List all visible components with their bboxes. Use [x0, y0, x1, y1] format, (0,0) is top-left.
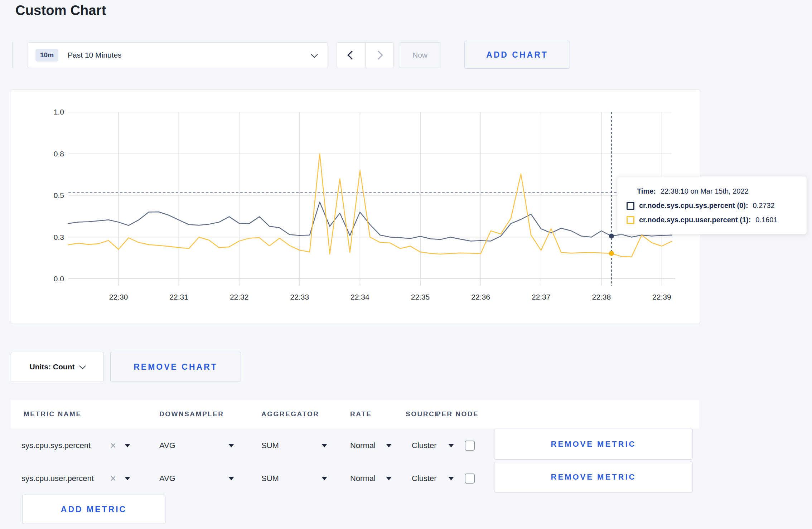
svg-text:22:35: 22:35 [411, 293, 430, 301]
per-node-checkbox-cell [465, 466, 475, 491]
svg-text:22:31: 22:31 [169, 293, 188, 301]
header-rate: RATE [350, 400, 372, 428]
tooltip-time-row: Time: 22:38:10 on Mar 15th, 2022 [627, 187, 799, 195]
chevron-down-icon [311, 51, 318, 58]
units-label: Units: Count [30, 363, 75, 371]
remove-metric-button[interactable]: REMOVE METRIC [494, 462, 693, 492]
per-node-checkbox-cell [465, 433, 475, 458]
tooltip-time-label: Time: [637, 187, 656, 195]
header-aggregator: AGGREGATOR [261, 400, 319, 428]
toolbar-divider [12, 42, 13, 68]
chart-card: 0.00.30.50.81.022:3022:3122:3222:3322:34… [11, 89, 700, 324]
tooltip-sys-row: cr.node.sys.cpu.sys.percent (0): 0.2732 [627, 202, 799, 210]
rate-select[interactable]: Normal [350, 466, 376, 491]
svg-text:0.3: 0.3 [54, 233, 64, 241]
chevron-right-icon [374, 50, 383, 59]
chevron-left-icon [348, 50, 357, 59]
caret-down-icon[interactable] [228, 466, 234, 491]
tooltip-sys-label: cr.node.sys.cpu.sys.percent (0): [639, 202, 748, 210]
svg-text:22:38: 22:38 [592, 293, 611, 301]
downsampler-select[interactable]: AVG [159, 433, 175, 458]
remove-chart-button[interactable]: REMOVE CHART [110, 352, 241, 382]
add-metric-button[interactable]: ADD METRIC [22, 495, 165, 524]
user-series-swatch-icon [627, 216, 634, 224]
next-range-button[interactable] [366, 43, 394, 68]
remove-metric-button[interactable]: REMOVE METRIC [494, 429, 693, 460]
header-per-node: PER NODE [436, 400, 479, 428]
svg-text:22:37: 22:37 [532, 293, 551, 301]
time-range-select[interactable]: 10m Past 10 Minutes [28, 42, 328, 68]
tooltip-user-label: cr.node.sys.cpu.user.percent (1): [639, 216, 751, 224]
time-range-label: Past 10 Minutes [68, 51, 122, 59]
tooltip-time-value: 22:38:10 on Mar 15th, 2022 [661, 187, 749, 195]
caret-down-icon[interactable] [448, 433, 454, 458]
tooltip-user-value: 0.1601 [755, 216, 777, 224]
caret-down-icon[interactable] [386, 433, 392, 458]
header-source: SOURCE [406, 400, 440, 428]
metric-name-select[interactable]: sys.cpu.sys.percent [21, 433, 91, 458]
caret-down-icon[interactable] [322, 466, 327, 491]
add-chart-button[interactable]: ADD CHART [464, 41, 570, 69]
svg-text:22:36: 22:36 [471, 293, 490, 301]
now-button[interactable]: Now [399, 42, 441, 68]
units-select[interactable]: Units: Count [11, 352, 104, 382]
prev-range-button[interactable] [337, 43, 366, 68]
sys-series-swatch-icon [627, 202, 634, 210]
caret-down-icon[interactable] [228, 433, 234, 458]
aggregator-select[interactable]: SUM [261, 433, 279, 458]
metrics-table-header: METRIC NAME DOWNSAMPLER AGGREGATOR RATE … [11, 400, 699, 428]
caret-down-icon[interactable] [322, 433, 327, 458]
chevron-down-icon [79, 363, 86, 369]
caret-down-icon[interactable] [125, 466, 130, 491]
source-select[interactable]: Cluster [412, 466, 437, 491]
downsampler-select[interactable]: AVG [159, 466, 175, 491]
svg-text:0.8: 0.8 [54, 150, 64, 158]
svg-text:22:39: 22:39 [652, 293, 671, 301]
time-range-badge: 10m [35, 49, 58, 62]
header-downsampler: DOWNSAMPLER [159, 400, 224, 428]
tooltip-sys-value: 0.2732 [753, 202, 775, 210]
svg-text:22:34: 22:34 [351, 293, 369, 301]
svg-text:22:33: 22:33 [290, 293, 309, 301]
clear-metric-icon[interactable]: × [110, 433, 116, 458]
svg-text:22:30: 22:30 [109, 293, 128, 301]
clear-metric-icon[interactable]: × [110, 466, 116, 491]
svg-text:0.5: 0.5 [54, 191, 64, 199]
rate-select[interactable]: Normal [350, 433, 376, 458]
header-metric-name: METRIC NAME [24, 400, 82, 428]
caret-down-icon[interactable] [448, 466, 454, 491]
timeseries-plot[interactable]: 0.00.30.50.81.022:3022:3122:3222:3322:34… [11, 90, 701, 324]
per-node-checkbox[interactable] [465, 441, 475, 451]
source-select[interactable]: Cluster [412, 433, 437, 458]
svg-text:0.0: 0.0 [54, 275, 64, 283]
page-title: Custom Chart [15, 0, 106, 21]
metric-name-select[interactable]: sys.cpu.user.percent [21, 466, 94, 491]
chart-tooltip: Time: 22:38:10 on Mar 15th, 2022 cr.node… [617, 176, 807, 234]
caret-down-icon[interactable] [125, 433, 130, 458]
time-pager [337, 42, 394, 68]
svg-text:1.0: 1.0 [54, 108, 64, 116]
per-node-checkbox[interactable] [465, 474, 475, 484]
caret-down-icon[interactable] [386, 466, 392, 491]
tooltip-user-row: cr.node.sys.cpu.user.percent (1): 0.1601 [627, 216, 799, 224]
aggregator-select[interactable]: SUM [261, 466, 279, 491]
svg-text:22:32: 22:32 [230, 293, 249, 301]
